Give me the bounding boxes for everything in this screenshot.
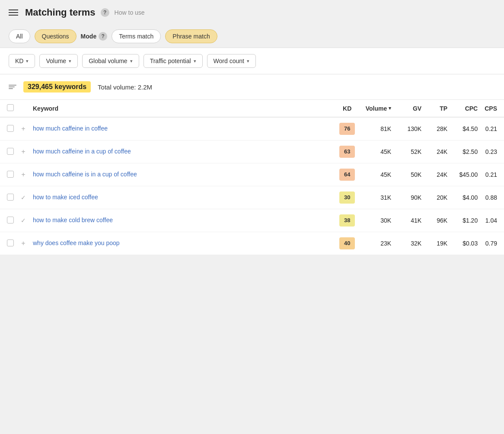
row-checkbox[interactable] [7, 239, 14, 246]
cps-cell: 0.79 [481, 232, 504, 255]
volume-sort-arrow: ▾ [389, 105, 391, 111]
keyword-cell: how much caffeine in coffee [29, 117, 334, 140]
row-checkbox-cell [0, 140, 17, 163]
menu-icon[interactable] [9, 10, 18, 16]
gv-cell: 130K [395, 117, 425, 140]
kd-cell: 64 [334, 163, 360, 186]
results-table-container: Keyword KD Volume ▾ GV TP CPC CPS + how … [0, 100, 504, 255]
kd-cell: 40 [334, 232, 360, 255]
table-row: + how much caffeine in a cup of coffee 6… [0, 140, 504, 163]
kd-badge: 38 [339, 214, 355, 227]
cps-cell: 0.23 [481, 140, 504, 163]
global-volume-dropdown-arrow: ▾ [130, 58, 133, 64]
table-row: + why does coffee make you poop 40 23K 3… [0, 232, 504, 255]
tp-cell: 19K [425, 232, 451, 255]
help-icon[interactable]: ? [101, 8, 109, 17]
check-icon[interactable]: ✓ [21, 194, 26, 201]
add-icon[interactable]: + [21, 148, 25, 155]
keyword-cell: why does coffee make you poop [29, 232, 334, 255]
row-checkbox-cell [0, 232, 17, 255]
gv-cell: 90K [395, 186, 425, 209]
how-to-use-link[interactable]: How to use [115, 9, 145, 16]
row-checkbox-cell [0, 209, 17, 232]
kd-cell: 38 [334, 209, 360, 232]
cps-cell: 0.21 [481, 163, 504, 186]
gv-cell: 50K [395, 163, 425, 186]
top-bar: Matching terms ? How to use [0, 0, 504, 25]
volume-cell: 30K [360, 209, 395, 232]
kd-badge: 63 [339, 146, 355, 158]
word-count-dropdown-arrow: ▾ [247, 58, 249, 64]
cpc-cell: $0.03 [451, 232, 481, 255]
questions-tab[interactable]: Questions [35, 29, 77, 43]
keyword-link[interactable]: how much caffeine is in a cup of coffee [33, 171, 137, 178]
keyword-cell: how to make iced coffee [29, 186, 334, 209]
kd-badge: 40 [339, 237, 355, 249]
cps-cell: 0.21 [481, 117, 504, 140]
gv-column-header[interactable]: GV [395, 100, 425, 117]
table-row: ✓ how to make iced coffee 30 31K 90K 20K… [0, 186, 504, 209]
terms-match-tab[interactable]: Terms match [112, 29, 161, 43]
row-checkbox-cell [0, 117, 17, 140]
word-count-dropdown[interactable]: Word count ▾ [207, 54, 256, 68]
keywords-count-badge: 329,465 keywords [23, 81, 91, 93]
traffic-potential-dropdown[interactable]: Traffic potential ▾ [144, 54, 203, 68]
cpc-cell: $4.00 [451, 186, 481, 209]
phrase-match-tab[interactable]: Phrase match [165, 29, 217, 43]
row-checkbox[interactable] [7, 148, 14, 155]
cpc-cell: $45.00 [451, 163, 481, 186]
volume-dropdown[interactable]: Volume ▾ [39, 54, 78, 68]
keyword-cell: how much caffeine is in a cup of coffee [29, 163, 334, 186]
mode-help-icon[interactable]: ? [99, 32, 107, 41]
tp-cell: 28K [425, 117, 451, 140]
action-header [17, 100, 29, 117]
row-checkbox[interactable] [7, 194, 14, 201]
all-tab[interactable]: All [9, 29, 30, 43]
kd-dropdown[interactable]: KD ▾ [9, 54, 35, 68]
volume-cell: 31K [360, 186, 395, 209]
add-icon[interactable]: + [21, 125, 25, 132]
row-checkbox[interactable] [7, 171, 14, 178]
keyword-link[interactable]: how to make cold brew coffee [33, 217, 113, 223]
row-action-cell[interactable]: + [17, 163, 29, 186]
cpc-column-header[interactable]: CPC [451, 100, 481, 117]
select-all-checkbox[interactable] [7, 104, 14, 111]
keyword-link[interactable]: how much caffeine in a cup of coffee [33, 148, 131, 155]
keyword-link[interactable]: how much caffeine in coffee [33, 125, 108, 132]
keyword-cell: how to make cold brew coffee [29, 209, 334, 232]
tp-column-header[interactable]: TP [425, 100, 451, 117]
cps-column-header[interactable]: CPS [481, 100, 504, 117]
kd-badge: 64 [339, 169, 355, 181]
row-action-cell[interactable]: ✓ [17, 186, 29, 209]
keyword-link[interactable]: how to make iced coffee [33, 194, 98, 201]
row-checkbox[interactable] [7, 125, 14, 132]
gv-cell: 32K [395, 232, 425, 255]
kd-column-header[interactable]: KD [334, 100, 360, 117]
gv-cell: 52K [395, 140, 425, 163]
row-action-cell[interactable]: + [17, 140, 29, 163]
tp-cell: 24K [425, 140, 451, 163]
tp-cell: 96K [425, 209, 451, 232]
volume-column-header[interactable]: Volume ▾ [360, 100, 395, 117]
row-checkbox[interactable] [7, 217, 14, 223]
check-icon[interactable]: ✓ [21, 217, 26, 224]
volume-cell: 23K [360, 232, 395, 255]
kd-cell: 63 [334, 140, 360, 163]
add-icon[interactable]: + [21, 171, 25, 178]
keyword-link[interactable]: why does coffee make you poop [33, 239, 120, 246]
kd-badge: 30 [339, 191, 355, 204]
row-action-cell[interactable]: + [17, 232, 29, 255]
cps-cell: 1.04 [481, 209, 504, 232]
row-checkbox-cell [0, 186, 17, 209]
table-header-row: Keyword KD Volume ▾ GV TP CPC CPS [0, 100, 504, 117]
cpc-cell: $1.20 [451, 209, 481, 232]
mode-label: Mode ? [81, 32, 108, 41]
row-action-cell[interactable]: + [17, 117, 29, 140]
volume-cell: 81K [360, 117, 395, 140]
global-volume-dropdown[interactable]: Global volume ▾ [82, 54, 139, 68]
sort-icon[interactable] [9, 85, 16, 89]
row-action-cell[interactable]: ✓ [17, 209, 29, 232]
volume-sort[interactable]: Volume ▾ [366, 105, 392, 112]
results-table: Keyword KD Volume ▾ GV TP CPC CPS + how … [0, 100, 504, 255]
add-icon[interactable]: + [21, 239, 25, 247]
